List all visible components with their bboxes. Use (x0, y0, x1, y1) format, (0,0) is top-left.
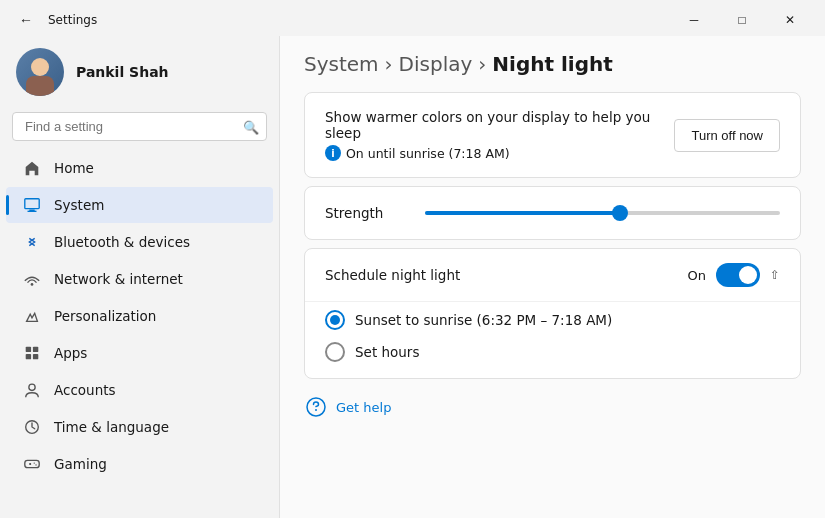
svg-rect-10 (25, 460, 39, 467)
svg-point-14 (35, 464, 36, 465)
avatar-figure (24, 56, 56, 96)
sidebar-item-home-label: Home (54, 160, 94, 176)
schedule-toggle[interactable] (716, 263, 760, 287)
strength-card-inner: Strength (305, 187, 800, 239)
titlebar-left: ← Settings (12, 6, 97, 34)
avatar (16, 48, 64, 96)
breadcrumb-sep-1: › (385, 52, 393, 76)
page-title: Night light (492, 52, 613, 76)
chevron-up-icon: ⇧ (770, 268, 780, 282)
svg-point-3 (31, 283, 34, 286)
sidebar-item-personalization[interactable]: Personalization (6, 298, 273, 334)
status-card: Show warmer colors on your display to he… (304, 92, 801, 178)
sidebar-item-system-label: System (54, 197, 104, 213)
bluetooth-icon (22, 232, 42, 252)
svg-point-8 (29, 384, 35, 390)
svg-rect-5 (33, 347, 38, 352)
svg-rect-6 (26, 354, 31, 359)
slider-track (425, 211, 780, 215)
sidebar-item-gaming-label: Gaming (54, 456, 107, 472)
breadcrumb-system: System (304, 52, 379, 76)
radio-set-hours-label: Set hours (355, 344, 419, 360)
breadcrumb-sep-2: › (478, 52, 486, 76)
svg-point-13 (34, 462, 35, 463)
svg-point-16 (315, 409, 317, 411)
radio-set-hours[interactable]: Set hours (325, 342, 780, 362)
radio-sunset-label: Sunset to sunrise (6:32 PM – 7:18 AM) (355, 312, 612, 328)
get-help-label: Get help (336, 400, 391, 415)
search-box: 🔍 (12, 112, 267, 141)
sidebar-item-bluetooth-label: Bluetooth & devices (54, 234, 190, 250)
time-icon (22, 417, 42, 437)
strength-label: Strength (325, 205, 405, 221)
close-button[interactable]: ✕ (767, 6, 813, 34)
schedule-header[interactable]: Schedule night light On ⇧ (305, 249, 800, 301)
system-icon (22, 195, 42, 215)
sidebar-item-time-label: Time & language (54, 419, 169, 435)
apps-icon (22, 343, 42, 363)
back-button[interactable]: ← (12, 6, 40, 34)
strength-card: Strength (304, 186, 801, 240)
radio-set-hours-circle (325, 342, 345, 362)
window-controls: ─ □ ✕ (671, 6, 813, 34)
svg-rect-7 (33, 354, 38, 359)
minimize-button[interactable]: ─ (671, 6, 717, 34)
status-info-text: On until sunrise (7:18 AM) (346, 146, 510, 161)
schedule-right: On ⇧ (687, 263, 780, 287)
gaming-icon (22, 454, 42, 474)
app-title: Settings (48, 13, 97, 27)
accounts-icon (22, 380, 42, 400)
get-help-link[interactable]: Get help (304, 387, 801, 427)
search-icon: 🔍 (243, 119, 259, 134)
sidebar-item-accounts[interactable]: Accounts (6, 372, 273, 408)
maximize-button[interactable]: □ (719, 6, 765, 34)
user-name: Pankil Shah (76, 64, 169, 80)
network-icon (22, 269, 42, 289)
status-text: Show warmer colors on your display to he… (325, 109, 674, 161)
radio-sunset-circle (325, 310, 345, 330)
sidebar-item-personalization-label: Personalization (54, 308, 156, 324)
personalization-icon (22, 306, 42, 326)
avatar-body (26, 76, 54, 96)
breadcrumb: System › Display › Night light (304, 52, 801, 76)
status-info: i On until sunrise (7:18 AM) (325, 145, 674, 161)
slider-thumb[interactable] (612, 205, 628, 221)
sidebar-item-accounts-label: Accounts (54, 382, 116, 398)
svg-rect-4 (26, 347, 31, 352)
status-card-inner: Show warmer colors on your display to he… (305, 93, 800, 177)
search-input[interactable] (12, 112, 267, 141)
nav-list: Home System Bluetooth & (0, 149, 279, 518)
schedule-status: On (687, 268, 705, 283)
sidebar-item-apps[interactable]: Apps (6, 335, 273, 371)
content-area: System › Display › Night light Show warm… (280, 36, 825, 518)
home-icon (22, 158, 42, 178)
titlebar: ← Settings ─ □ ✕ (0, 0, 825, 36)
sidebar-item-bluetooth[interactable]: Bluetooth & devices (6, 224, 273, 260)
sidebar-item-time[interactable]: Time & language (6, 409, 273, 445)
sidebar-item-home[interactable]: Home (6, 150, 273, 186)
sidebar: Pankil Shah 🔍 Home (0, 36, 280, 518)
sidebar-item-gaming[interactable]: Gaming (6, 446, 273, 482)
slider-fill (425, 211, 620, 215)
sidebar-item-network-label: Network & internet (54, 271, 183, 287)
app-body: Pankil Shah 🔍 Home (0, 36, 825, 518)
info-icon: i (325, 145, 341, 161)
radio-sunset[interactable]: Sunset to sunrise (6:32 PM – 7:18 AM) (325, 310, 780, 330)
sidebar-item-system[interactable]: System (6, 187, 273, 223)
user-section: Pankil Shah (0, 40, 279, 108)
breadcrumb-display: Display (399, 52, 473, 76)
status-title: Show warmer colors on your display to he… (325, 109, 674, 141)
schedule-options: Sunset to sunrise (6:32 PM – 7:18 AM) Se… (305, 301, 800, 378)
sidebar-item-network[interactable]: Network & internet (6, 261, 273, 297)
schedule-card: Schedule night light On ⇧ Sunset to sunr… (304, 248, 801, 379)
schedule-label: Schedule night light (325, 267, 460, 283)
sidebar-item-apps-label: Apps (54, 345, 87, 361)
strength-slider-container (425, 203, 780, 223)
toggle-knob (739, 266, 757, 284)
help-icon (304, 395, 328, 419)
turn-off-button[interactable]: Turn off now (674, 119, 780, 152)
svg-rect-0 (25, 199, 39, 209)
avatar-head (31, 58, 49, 76)
